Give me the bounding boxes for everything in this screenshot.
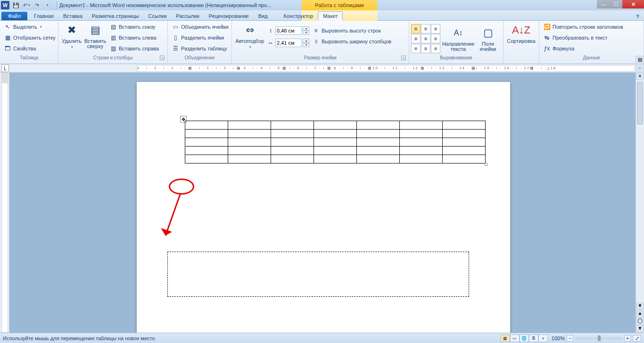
zoom-in-button[interactable]: + — [624, 335, 631, 342]
delete-button[interactable]: ✖ Удалить▾ — [60, 22, 83, 50]
close-button[interactable]: ✕ — [622, 0, 644, 8]
group-sort: A↓Z Сортировка — [504, 21, 539, 64]
merge-cells-button[interactable]: ▭Объединить ячейки — [170, 22, 231, 32]
dialog-launcher-icon[interactable]: ↘ — [160, 56, 165, 60]
zoom-value[interactable]: 100% — [552, 335, 565, 341]
next-page-button[interactable]: ▼ — [636, 325, 644, 333]
scroll-down-button[interactable]: ▼ — [636, 302, 644, 310]
insert-below-button[interactable]: ▤Вставить снизу — [107, 22, 161, 32]
browse-object-button[interactable]: ◯ — [636, 318, 644, 325]
view-print-layout[interactable]: ▦ — [501, 335, 510, 342]
repeat-header-icon: 🔁 — [543, 23, 551, 31]
align-top-center[interactable]: ≡ — [421, 24, 430, 33]
row-height-control: ↕ ▴▾ — [267, 25, 309, 36]
insert-right-button[interactable]: ▥Вставить справа — [107, 43, 161, 54]
zoom-out-button[interactable]: − — [567, 335, 573, 342]
horizontal-ruler[interactable]: 3 · ı · 2 · ı · 1 · ı · ▦ · ı · 1 · ı · … — [137, 65, 635, 72]
ruler-toggle-icon[interactable]: ▤ — [636, 56, 644, 64]
insert-below-icon: ▤ — [109, 23, 117, 31]
ribbon-tabs: Файл Главная Вставка Разметка страницы С… — [0, 10, 644, 21]
view-full-screen[interactable]: ▭ — [510, 335, 520, 342]
dialog-launcher-icon[interactable]: ↘ — [401, 56, 406, 60]
help-icon[interactable]: ? — [634, 13, 641, 20]
align-bot-right[interactable]: ≡ — [431, 44, 440, 53]
tab-view[interactable]: Вид — [254, 12, 272, 20]
tab-references[interactable]: Ссылки — [144, 12, 172, 20]
select-button[interactable]: ↖Выделить▾ — [2, 22, 58, 32]
view-outline[interactable]: ≣ — [529, 335, 538, 342]
document-page[interactable]: ✥ — [137, 82, 510, 336]
ribbon: ↖Выделить▾ ▦Отобразить сетку 🗔Свойства Т… — [0, 21, 644, 64]
split-cells-button[interactable]: ▯Разделить ячейки — [170, 33, 231, 43]
redo-icon[interactable]: ↷ — [32, 1, 41, 9]
col-width-spinner[interactable]: ▴▾ — [303, 39, 309, 47]
align-mid-left[interactable]: ≡ — [411, 34, 421, 43]
distribute-rows-button[interactable]: ≡Выровнять высоту строк — [310, 25, 393, 36]
group-label-data: Данные — [541, 55, 642, 63]
tab-file[interactable]: Файл — [1, 12, 27, 20]
scroll-thumb[interactable] — [637, 82, 643, 124]
minimize-button[interactable]: — — [597, 0, 610, 8]
tab-home[interactable]: Главная — [29, 12, 58, 20]
tab-mailings[interactable]: Рассылки — [171, 12, 204, 20]
separator — [57, 1, 58, 9]
tab-review[interactable]: Рецензирование — [204, 12, 254, 20]
repeat-header-button[interactable]: 🔁Повторить строки заголовков — [541, 22, 625, 32]
group-label-table: Таблица — [2, 55, 56, 63]
col-width-input[interactable] — [275, 39, 302, 47]
window-controls: — ☐ ✕ — [597, 0, 644, 8]
maximize-button[interactable]: ☐ — [610, 0, 622, 8]
view-draft[interactable]: ≡ — [538, 335, 548, 342]
split-table-button[interactable]: ☰Разделить таблицу — [170, 43, 231, 54]
zoom-fit-button[interactable]: ⤢ — [633, 335, 641, 342]
dist-rows-icon: ≡ — [312, 27, 320, 34]
group-merge: ▭Объединить ячейки ▯Разделить ячейки ☰Ра… — [168, 21, 232, 64]
insert-left-button[interactable]: ▥Вставить слева — [107, 33, 161, 43]
sort-button[interactable]: A↓Z Сортировка — [505, 22, 537, 45]
prev-page-button[interactable]: ▲ — [636, 310, 644, 318]
properties-button[interactable]: 🗔Свойства — [2, 43, 58, 54]
align-top-left[interactable]: ≡ — [411, 24, 421, 33]
insert-above-button[interactable]: ▤ Вставить сверху — [84, 22, 107, 50]
formula-button[interactable]: ƒxФормула — [541, 43, 625, 54]
zoom-controls: 100% − + ⤢ — [552, 335, 641, 342]
view-gridlines-button[interactable]: ▦Отобразить сетку — [2, 33, 58, 43]
text-direction-button[interactable]: A↕ Направление текста — [441, 24, 475, 53]
autofit-button[interactable]: ⇔ Автоподбор▾ — [234, 22, 266, 50]
vertical-ruler[interactable] — [1, 73, 8, 333]
undo-icon[interactable]: ↶▾ — [22, 1, 31, 9]
group-label-alignment: Выравнивание — [411, 55, 501, 63]
tab-design[interactable]: Конструктор — [279, 12, 318, 20]
split-handle[interactable]: − — [636, 64, 644, 73]
row-height-input[interactable] — [275, 26, 302, 35]
align-bot-center[interactable]: ≡ — [421, 44, 430, 53]
group-data: 🔁Повторить строки заголовков ↹Преобразов… — [539, 21, 644, 64]
scroll-up-button[interactable]: ▲ — [636, 73, 644, 80]
save-icon[interactable]: 💾 — [11, 1, 21, 9]
contextual-tab-title: Работа с таблицами — [302, 0, 377, 10]
convert-to-text-button[interactable]: ↹Преобразовать в текст — [541, 33, 625, 43]
tab-stop-selector[interactable]: L — [1, 65, 9, 72]
align-top-right[interactable]: ≡ — [431, 24, 440, 33]
col-width-control: ↔ ▴▾ — [267, 38, 309, 48]
distribute-cols-button[interactable]: ⫴Выровнять ширину столбцов — [310, 36, 393, 47]
row-height-spinner[interactable]: ▴▾ — [303, 26, 309, 35]
view-web-layout[interactable]: 🌐 — [520, 335, 529, 342]
qat-customize-icon[interactable]: ▾ — [42, 1, 52, 9]
align-bot-left[interactable]: ≡ — [411, 44, 421, 53]
tab-insert[interactable]: Вставка — [58, 12, 87, 20]
zoom-slider[interactable] — [575, 337, 622, 339]
tab-layout[interactable]: Макет — [318, 11, 343, 21]
cell-margins-icon: ▢ — [480, 25, 495, 41]
table-resize-handle[interactable] — [485, 163, 487, 166]
cell-margins-button[interactable]: ▢ Поля ячейки — [476, 24, 500, 53]
align-mid-center[interactable]: ≡ — [421, 34, 430, 43]
row-height-icon: ↕ — [267, 27, 274, 34]
align-mid-right[interactable]: ≡ — [431, 34, 440, 43]
document-table[interactable] — [185, 121, 486, 163]
vertical-scrollbar[interactable]: ▤ − ▲ ▼ ▲ ◯ ▼ — [636, 73, 644, 333]
insert-above-icon: ▤ — [88, 23, 103, 38]
drag-drop-target-outline — [167, 252, 469, 297]
view-mode-buttons: ▦ ▭ 🌐 ≣ ≡ — [501, 335, 548, 342]
tab-page-layout[interactable]: Разметка страницы — [87, 12, 144, 20]
